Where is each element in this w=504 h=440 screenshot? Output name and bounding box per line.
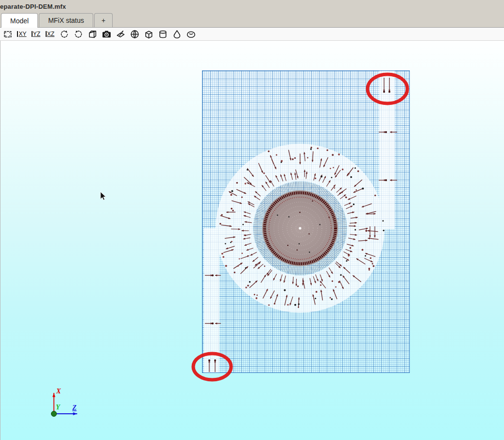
disk-particle-dot — [287, 245, 288, 246]
disk-particle-dot — [277, 215, 278, 216]
mfix-window: { "window": { "title": "eparate-DPI-DEM.… — [0, 0, 504, 440]
particle-dot — [292, 158, 294, 160]
title-bar: eparate-DPI-DEM.mfx — [0, 0, 504, 13]
toolbar-reset-view-button[interactable] — [2, 29, 13, 39]
disk-particle-dot — [329, 217, 330, 218]
view-xy-label: XY — [17, 31, 26, 37]
toolbar-perspective-button[interactable] — [87, 29, 98, 39]
particle-dot — [315, 178, 316, 179]
particle-dot — [382, 220, 384, 221]
particle-dot — [236, 182, 238, 184]
particle-dot — [297, 286, 299, 287]
particle-dot — [330, 168, 331, 169]
particle-dot — [249, 281, 251, 283]
particle-dot — [254, 294, 255, 295]
particle-dot — [320, 285, 321, 286]
tab-model[interactable]: Model — [1, 13, 38, 28]
toolbar-cone-button[interactable] — [171, 29, 182, 39]
vtk-viewport[interactable]: XYZ — [0, 41, 504, 440]
particle-dot — [230, 242, 232, 243]
particle-dot — [354, 167, 356, 169]
particle-dot — [284, 289, 286, 291]
particle-dot — [355, 189, 357, 191]
particle-dot — [287, 304, 288, 305]
disk-particle-dot — [312, 201, 313, 202]
particle-dot — [221, 214, 222, 216]
perspective-icon — [87, 29, 98, 39]
particle-dot — [225, 265, 227, 267]
particle-dot — [320, 176, 322, 178]
rotate-counterclockwise-icon — [59, 29, 69, 39]
particle-dot — [219, 223, 221, 225]
tab-mfix-status[interactable]: MFiX status — [39, 13, 93, 27]
particle-dot — [316, 291, 318, 293]
particle-dot — [244, 235, 245, 236]
particle-dot — [342, 169, 344, 170]
cone-icon — [172, 29, 182, 39]
axes-origin-dot — [51, 411, 57, 417]
rotate-clockwise-icon — [73, 29, 84, 39]
particle-dot — [332, 154, 334, 156]
particle-dot — [294, 304, 296, 306]
particle-dot — [357, 170, 359, 172]
box-icon — [144, 29, 154, 39]
particle-dot — [350, 176, 352, 178]
window-title: eparate-DPI-DEM.mfx — [0, 3, 66, 10]
sphere-icon — [130, 29, 140, 39]
particle-dot — [294, 157, 296, 159]
toolbar-view-xz-button[interactable]: XZ — [45, 29, 55, 39]
toolbar-box-button[interactable] — [143, 29, 154, 39]
disk-particle-dot — [297, 250, 298, 251]
toolbar-rotate-clockwise-button[interactable] — [73, 29, 84, 39]
toolbar-rotate-counterclockwise-button[interactable] — [59, 29, 69, 39]
particle-dot — [369, 270, 370, 271]
z-axis-label: Z — [72, 404, 77, 411]
particle-dot — [330, 297, 331, 299]
view-yz-label: YZ — [32, 31, 40, 37]
particle-dot — [237, 265, 239, 267]
y-axis-label: Y — [56, 404, 61, 411]
particle-dot — [354, 229, 356, 231]
particle-dot — [345, 197, 347, 199]
tab-add[interactable]: + — [94, 13, 113, 27]
particle-dot — [333, 167, 334, 169]
screenshot-icon — [101, 29, 112, 39]
particle-dot — [231, 190, 233, 192]
particle-dot — [350, 247, 352, 249]
particle-dot — [338, 281, 340, 283]
particle-dot — [365, 255, 366, 256]
toolbar-screenshot-button[interactable] — [101, 29, 112, 39]
disk-particle-dot — [319, 224, 320, 225]
particle-dot — [247, 169, 248, 170]
toolbar-sphere-button[interactable] — [129, 29, 140, 39]
disk-particle-dot — [309, 252, 310, 253]
particle-dot — [331, 177, 333, 178]
particle-dot — [348, 173, 349, 174]
toolbar-torus-button[interactable] — [185, 29, 196, 39]
particle-dot — [247, 285, 249, 287]
particle-dot — [241, 196, 243, 198]
particle-dot — [311, 147, 312, 148]
particle-dot — [331, 298, 333, 300]
particle-dot — [362, 249, 364, 251]
torus-icon — [186, 29, 196, 39]
particle-dot — [241, 253, 243, 254]
vtk-scene[interactable]: XYZ — [0, 41, 504, 440]
particle-dot — [242, 224, 244, 225]
center-dot — [299, 227, 301, 229]
axes-triad: XYZ — [51, 388, 78, 417]
particle-dot — [310, 148, 312, 150]
particle-dot — [245, 287, 247, 288]
particle-dot — [276, 154, 277, 155]
toolbar-plane-normal-button[interactable] — [115, 29, 126, 39]
particle-dot — [372, 263, 373, 264]
particle-dot — [332, 280, 333, 282]
toolbar-cylinder-button[interactable] — [157, 29, 168, 39]
particle-dot — [370, 257, 371, 259]
particle-dot — [267, 289, 268, 291]
disk-particle-dot — [308, 233, 309, 234]
toolbar-view-xy-button[interactable]: XY — [17, 29, 27, 39]
particle-dot — [338, 153, 340, 155]
particle-dot — [326, 149, 328, 151]
toolbar-view-yz-button[interactable]: YZ — [31, 29, 41, 39]
